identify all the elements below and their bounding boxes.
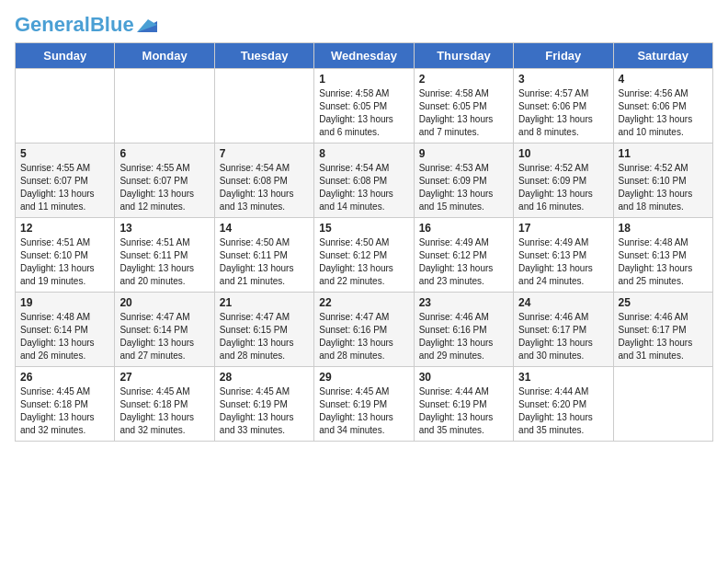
day-number: 7 — [220, 147, 309, 160]
calendar-cell: 1Sunrise: 4:58 AM Sunset: 6:05 PM Daylig… — [314, 69, 414, 144]
day-number: 29 — [319, 371, 408, 384]
day-number: 20 — [119, 296, 209, 309]
day-number: 25 — [619, 296, 708, 309]
calendar-cell: 19Sunrise: 4:48 AM Sunset: 6:14 PM Dayli… — [16, 293, 115, 367]
calendar-cell — [613, 367, 712, 442]
calendar-cell: 26Sunrise: 4:45 AM Sunset: 6:18 PM Dayli… — [16, 367, 115, 442]
day-info: Sunrise: 4:53 AM Sunset: 6:09 PM Dayligh… — [419, 162, 508, 213]
calendar-cell: 16Sunrise: 4:49 AM Sunset: 6:12 PM Dayli… — [414, 218, 513, 293]
calendar-cell: 28Sunrise: 4:45 AM Sunset: 6:19 PM Dayli… — [214, 367, 313, 442]
day-info: Sunrise: 4:46 AM Sunset: 6:16 PM Dayligh… — [419, 311, 508, 362]
day-number: 11 — [619, 147, 708, 160]
day-info: Sunrise: 4:49 AM Sunset: 6:13 PM Dayligh… — [518, 236, 608, 288]
calendar-cell: 17Sunrise: 4:49 AM Sunset: 6:13 PM Dayli… — [514, 218, 613, 293]
day-info: Sunrise: 4:58 AM Sunset: 6:05 PM Dayligh… — [319, 87, 408, 139]
day-info: Sunrise: 4:45 AM Sunset: 6:18 PM Dayligh… — [20, 385, 109, 437]
day-info: Sunrise: 4:50 AM Sunset: 6:12 PM Dayligh… — [319, 236, 408, 288]
calendar-week-2: 12Sunrise: 4:51 AM Sunset: 6:10 PM Dayli… — [16, 218, 713, 293]
day-info: Sunrise: 4:58 AM Sunset: 6:05 PM Dayligh… — [419, 87, 508, 139]
day-number: 13 — [119, 222, 209, 235]
calendar-cell: 4Sunrise: 4:56 AM Sunset: 6:06 PM Daylig… — [613, 69, 712, 144]
calendar-cell: 31Sunrise: 4:44 AM Sunset: 6:20 PM Dayli… — [514, 367, 613, 442]
day-number: 22 — [319, 296, 408, 309]
day-number: 9 — [419, 147, 508, 160]
day-number: 28 — [220, 371, 309, 384]
day-info: Sunrise: 4:52 AM Sunset: 6:10 PM Dayligh… — [619, 162, 708, 213]
calendar-cell: 22Sunrise: 4:47 AM Sunset: 6:16 PM Dayli… — [314, 293, 414, 367]
day-info: Sunrise: 4:54 AM Sunset: 6:08 PM Dayligh… — [220, 162, 309, 213]
day-info: Sunrise: 4:47 AM Sunset: 6:16 PM Dayligh… — [319, 311, 408, 362]
calendar-cell: 7Sunrise: 4:54 AM Sunset: 6:08 PM Daylig… — [214, 144, 313, 218]
day-number: 16 — [419, 222, 508, 235]
day-number: 6 — [119, 147, 209, 160]
day-number: 12 — [20, 222, 109, 235]
calendar-week-3: 19Sunrise: 4:48 AM Sunset: 6:14 PM Dayli… — [16, 293, 713, 367]
calendar-cell: 8Sunrise: 4:54 AM Sunset: 6:08 PM Daylig… — [314, 144, 414, 218]
day-info: Sunrise: 4:54 AM Sunset: 6:08 PM Dayligh… — [319, 162, 408, 213]
day-info: Sunrise: 4:52 AM Sunset: 6:09 PM Dayligh… — [518, 162, 608, 213]
day-number: 4 — [619, 73, 708, 86]
calendar-table: SundayMondayTuesdayWednesdayThursdayFrid… — [15, 42, 713, 442]
day-info: Sunrise: 4:45 AM Sunset: 6:18 PM Dayligh… — [119, 385, 209, 437]
day-info: Sunrise: 4:47 AM Sunset: 6:14 PM Dayligh… — [119, 311, 209, 362]
day-number: 21 — [220, 296, 309, 309]
calendar-week-4: 26Sunrise: 4:45 AM Sunset: 6:18 PM Dayli… — [16, 367, 713, 442]
logo: GeneralBlue — [15, 15, 157, 35]
day-number: 19 — [20, 296, 109, 309]
calendar-header-row: SundayMondayTuesdayWednesdayThursdayFrid… — [16, 43, 713, 69]
day-number: 10 — [518, 147, 608, 160]
calendar-cell: 5Sunrise: 4:55 AM Sunset: 6:07 PM Daylig… — [16, 144, 115, 218]
calendar-cell: 13Sunrise: 4:51 AM Sunset: 6:11 PM Dayli… — [115, 218, 214, 293]
day-number: 2 — [419, 73, 508, 86]
day-number: 31 — [518, 371, 608, 384]
day-info: Sunrise: 4:50 AM Sunset: 6:11 PM Dayligh… — [220, 236, 309, 288]
calendar-cell: 24Sunrise: 4:46 AM Sunset: 6:17 PM Dayli… — [514, 293, 613, 367]
day-number: 24 — [518, 296, 608, 309]
calendar-header-sunday: Sunday — [16, 43, 115, 69]
day-number: 5 — [20, 147, 109, 160]
day-info: Sunrise: 4:44 AM Sunset: 6:19 PM Dayligh… — [419, 385, 508, 437]
day-info: Sunrise: 4:49 AM Sunset: 6:12 PM Dayligh… — [419, 236, 508, 288]
day-number: 27 — [119, 371, 209, 384]
day-info: Sunrise: 4:55 AM Sunset: 6:07 PM Dayligh… — [20, 162, 109, 213]
day-info: Sunrise: 4:45 AM Sunset: 6:19 PM Dayligh… — [220, 385, 309, 437]
calendar-cell — [16, 69, 115, 144]
day-number: 17 — [518, 222, 608, 235]
calendar-header-wednesday: Wednesday — [314, 43, 414, 69]
day-info: Sunrise: 4:44 AM Sunset: 6:20 PM Dayligh… — [518, 385, 608, 437]
calendar-cell: 3Sunrise: 4:57 AM Sunset: 6:06 PM Daylig… — [514, 69, 613, 144]
calendar-cell: 11Sunrise: 4:52 AM Sunset: 6:10 PM Dayli… — [613, 144, 712, 218]
day-number: 30 — [419, 371, 508, 384]
calendar-header-monday: Monday — [115, 43, 214, 69]
day-number: 18 — [619, 222, 708, 235]
calendar-cell: 15Sunrise: 4:50 AM Sunset: 6:12 PM Dayli… — [314, 218, 414, 293]
calendar-cell: 23Sunrise: 4:46 AM Sunset: 6:16 PM Dayli… — [414, 293, 513, 367]
logo-text: GeneralBlue — [15, 15, 134, 35]
calendar-header-tuesday: Tuesday — [214, 43, 313, 69]
day-number: 1 — [319, 73, 408, 86]
day-number: 23 — [419, 296, 508, 309]
calendar-cell: 10Sunrise: 4:52 AM Sunset: 6:09 PM Dayli… — [514, 144, 613, 218]
day-info: Sunrise: 4:56 AM Sunset: 6:06 PM Dayligh… — [619, 87, 708, 139]
calendar-cell: 12Sunrise: 4:51 AM Sunset: 6:10 PM Dayli… — [16, 218, 115, 293]
day-info: Sunrise: 4:45 AM Sunset: 6:19 PM Dayligh… — [319, 385, 408, 437]
calendar-week-0: 1Sunrise: 4:58 AM Sunset: 6:05 PM Daylig… — [16, 69, 713, 144]
calendar-cell: 20Sunrise: 4:47 AM Sunset: 6:14 PM Dayli… — [115, 293, 214, 367]
calendar-cell: 2Sunrise: 4:58 AM Sunset: 6:05 PM Daylig… — [414, 69, 513, 144]
calendar-cell: 6Sunrise: 4:55 AM Sunset: 6:07 PM Daylig… — [115, 144, 214, 218]
day-info: Sunrise: 4:51 AM Sunset: 6:11 PM Dayligh… — [119, 236, 209, 288]
day-number: 14 — [220, 222, 309, 235]
logo-blue: Blue — [90, 13, 134, 36]
day-number: 3 — [518, 73, 608, 86]
calendar-cell: 27Sunrise: 4:45 AM Sunset: 6:18 PM Dayli… — [115, 367, 214, 442]
day-info: Sunrise: 4:48 AM Sunset: 6:14 PM Dayligh… — [20, 311, 109, 362]
calendar-cell: 21Sunrise: 4:47 AM Sunset: 6:15 PM Dayli… — [214, 293, 313, 367]
calendar-header-saturday: Saturday — [613, 43, 712, 69]
day-info: Sunrise: 4:51 AM Sunset: 6:10 PM Dayligh… — [20, 236, 109, 288]
calendar-cell — [214, 69, 313, 144]
day-number: 15 — [319, 222, 408, 235]
logo-icon — [137, 17, 157, 32]
calendar-cell: 25Sunrise: 4:46 AM Sunset: 6:17 PM Dayli… — [613, 293, 712, 367]
calendar-week-1: 5Sunrise: 4:55 AM Sunset: 6:07 PM Daylig… — [16, 144, 713, 218]
calendar-header-friday: Friday — [514, 43, 613, 69]
